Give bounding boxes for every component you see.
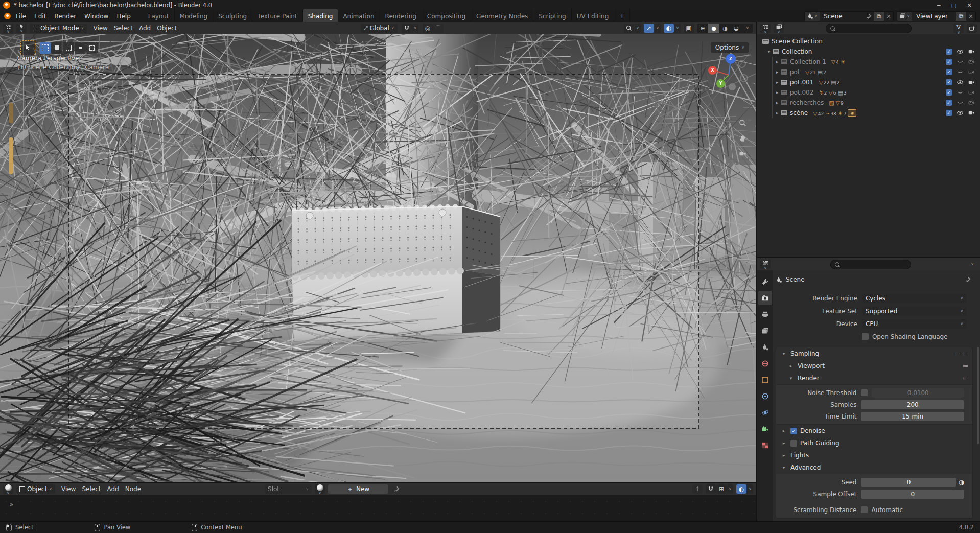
advanced-panel-header[interactable]: ▾ Advanced [776, 461, 972, 474]
properties-tab-texture[interactable] [758, 438, 772, 452]
denoise-panel-header[interactable]: ▸ ✓ Denoise [776, 425, 972, 437]
gizmo-minus-z-axis[interactable] [729, 83, 736, 90]
expand-arrow-icon[interactable]: ▸ [774, 100, 781, 105]
visibility-eye-icon[interactable] [624, 24, 634, 33]
scene-name[interactable]: Scene [820, 13, 864, 20]
viewport-subpanel-header[interactable]: ▸ Viewport ≔ [776, 360, 972, 372]
new-viewlayer-button[interactable]: ⧉ [956, 12, 966, 21]
outliner-type-icon[interactable]: ∨ [760, 24, 771, 33]
shading-material-icon[interactable]: ◑ [719, 24, 731, 33]
shader-snap-magnet-icon[interactable] [706, 484, 716, 494]
properties-tab-physics[interactable] [758, 405, 772, 420]
time-limit-field[interactable]: 15 min [861, 412, 964, 421]
close-button[interactable]: ✕ [962, 0, 977, 10]
path-guiding-checkbox[interactable] [790, 440, 797, 447]
select-subtract-button[interactable] [63, 42, 74, 54]
shader-snap-grid-icon[interactable]: ⊞ [716, 484, 727, 494]
visibility-checkbox[interactable]: ✓ [944, 67, 953, 77]
workspace-tab-compositing[interactable]: Compositing [422, 9, 471, 24]
workspace-tab-scripting[interactable]: Scripting [533, 9, 571, 24]
shader-overlays-icon[interactable]: ◐ [736, 484, 746, 494]
render-subpanel-header[interactable]: ▾ Render ≔ [776, 372, 972, 384]
gizmo-minus-x-axis[interactable] [740, 74, 748, 82]
shading-solid-icon[interactable]: ● [708, 24, 719, 33]
hide-eye-icon[interactable] [955, 57, 965, 66]
expand-arrow-icon[interactable]: ▸ [774, 80, 781, 85]
noise-threshold-checkbox[interactable] [861, 389, 868, 396]
field-device-dropdown[interactable]: CPU∨ [862, 319, 967, 329]
visibility-checkbox[interactable]: ✓ [944, 108, 953, 118]
snap-magnet-icon[interactable] [402, 24, 412, 33]
properties-tab-constraints[interactable] [758, 389, 772, 403]
expand-region-arrow[interactable]: » [9, 500, 14, 508]
render-visibility-camera-icon[interactable] [967, 57, 976, 66]
viewlayer-selector[interactable]: ∨ ViewLayer ⧉ × [897, 11, 976, 21]
shader-menu-add[interactable]: Add [104, 485, 122, 493]
select-invert-button[interactable] [75, 42, 86, 54]
navigation-gizmo[interactable]: Z X Y [706, 52, 750, 96]
workspace-tab-geometry-nodes[interactable]: Geometry Nodes [471, 9, 533, 24]
unlink-scene-button[interactable]: × [884, 12, 893, 21]
select-set-button[interactable] [39, 42, 51, 54]
outliner-row-recherches[interactable]: ▸recherches▨▽9✓ [757, 98, 980, 108]
pin-icon[interactable] [391, 484, 402, 494]
viewport-menu-add[interactable]: Add [136, 25, 154, 32]
hide-eye-icon[interactable] [955, 98, 965, 107]
viewport-menu-select[interactable]: Select [111, 25, 136, 32]
lights-panel-header[interactable]: ▸ Lights [776, 449, 972, 461]
outliner-row-pot[interactable]: ▸pot▽21▤2✓ [757, 67, 980, 77]
viewport-canvas[interactable]: Options∨ Camera Perspective (1) Scene Co… [0, 34, 756, 482]
pan-hand-icon[interactable] [737, 132, 748, 144]
preset-list-icon[interactable]: ≔ [963, 363, 968, 369]
select-extend-button[interactable] [51, 42, 62, 54]
workspace-tab-layout[interactable]: Layout [143, 9, 175, 24]
samples-field[interactable]: 200 [861, 400, 964, 409]
properties-type-icon[interactable]: ∨ [760, 260, 771, 269]
workspace-tab-uv-editing[interactable]: UV Editing [572, 9, 615, 24]
shader-menu-view[interactable]: View [58, 485, 79, 493]
app-menu-icon[interactable] [4, 13, 11, 19]
preset-list-icon[interactable]: ≔ [963, 375, 968, 382]
properties-tab-object[interactable] [758, 373, 772, 387]
hide-eye-icon[interactable] [955, 67, 965, 77]
properties-tab-viewlayer[interactable] [758, 323, 772, 338]
workspace-tab-rendering[interactable]: Rendering [380, 9, 422, 24]
seed-animate-icon[interactable]: ◑ [959, 478, 964, 486]
workspace-tab-sculpting[interactable]: Sculpting [213, 9, 252, 24]
properties-search-input[interactable] [830, 260, 911, 269]
proportional-falloff-icon[interactable]: ⌒ [433, 24, 444, 33]
zoom-icon[interactable] [737, 117, 748, 128]
outliner-root-row[interactable]: Scene Collection [757, 36, 980, 47]
shader-type-dropdown[interactable]: Object ∨ [16, 484, 55, 494]
gizmos-dropdown[interactable]: ∨ [655, 24, 661, 33]
shader-overlays-dropdown[interactable]: ∨ [747, 484, 753, 494]
properties-tab-tool[interactable] [758, 274, 772, 289]
shader-editor-type-icon[interactable]: ∨ [3, 484, 13, 494]
camera-view-icon[interactable] [737, 148, 748, 159]
workspace-tab-shading[interactable]: Shading [303, 9, 338, 24]
hide-eye-icon[interactable] [955, 78, 965, 87]
maximize-button[interactable]: ▢ [946, 0, 962, 10]
sample-offset-field[interactable]: 0 [861, 490, 964, 499]
outliner-row-collection-1[interactable]: ▸Collection 1▽4☀✓ [757, 57, 980, 67]
properties-tab-world[interactable] [758, 356, 772, 370]
pin-icon[interactable] [965, 276, 971, 283]
select-intersect-button[interactable] [86, 42, 98, 54]
scrambling-auto-checkbox[interactable] [861, 506, 868, 513]
render-visibility-camera-icon[interactable] [967, 47, 976, 56]
outliner-row-collection[interactable]: ▾Collection✓ [757, 47, 980, 57]
viewport-menu-view[interactable]: View [90, 25, 110, 32]
collapsed-panel-tab[interactable] [9, 103, 13, 123]
field-render-engine-dropdown[interactable]: Cycles∨ [862, 294, 967, 303]
tool-fallback-icon[interactable]: ∨ [16, 24, 27, 33]
denoise-checkbox[interactable]: ✓ [790, 428, 797, 434]
render-visibility-camera-icon[interactable] [967, 67, 976, 77]
visibility-checkbox[interactable]: ✓ [944, 57, 953, 66]
menu-window[interactable]: Window [80, 12, 112, 21]
slot-dropdown[interactable]: Slot ∨ [265, 484, 312, 494]
osl-checkbox[interactable] [862, 333, 869, 340]
active-tool-tweak-button[interactable] [20, 40, 35, 55]
transform-orientation-dropdown[interactable]: ⤢ Global ∨ [361, 24, 398, 33]
properties-options-dropdown[interactable]: ∨ [971, 262, 974, 266]
collapsed-panel-tab[interactable] [9, 137, 13, 174]
